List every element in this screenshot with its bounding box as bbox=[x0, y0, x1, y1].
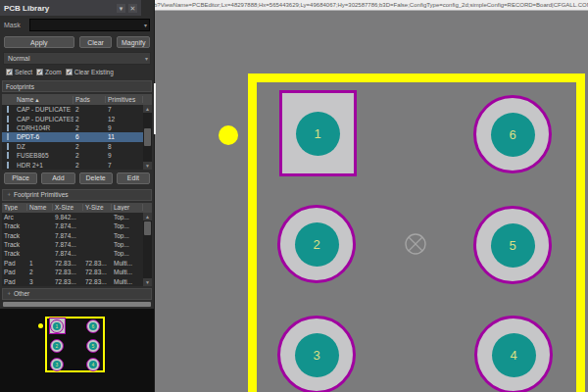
pin-icon[interactable]: ▾ bbox=[117, 4, 125, 13]
primitives-scrollbar[interactable]: ▲ ▼ bbox=[143, 213, 152, 286]
primitive-row[interactable]: Track7.874...Top... bbox=[2, 221, 152, 230]
scroll-up-icon[interactable]: ▲ bbox=[143, 213, 152, 220]
footprints-scrollbar[interactable]: ▲ ▼ bbox=[143, 105, 152, 170]
checkbox-select[interactable]: ✓Select bbox=[6, 69, 32, 75]
other-section-header[interactable]: ＋ Other bbox=[2, 288, 152, 300]
primitive-y-size: 72.83... bbox=[83, 269, 112, 275]
panel-title: PCB Library bbox=[4, 4, 114, 13]
primitive-row[interactable]: Pad172.83...72.83...Multi... bbox=[2, 259, 152, 268]
preview-pad-6: 6 bbox=[86, 319, 100, 333]
add-button[interactable]: Add bbox=[41, 172, 74, 184]
primitive-x-size: 7.874... bbox=[53, 241, 83, 248]
pad-4[interactable]: 4 bbox=[474, 316, 553, 392]
footprint-row[interactable]: CAP - DUPLICATES212 bbox=[2, 114, 152, 122]
option-checkboxes: ✓Select✓Zoom✓Clear Existing bbox=[0, 67, 154, 78]
column-layer[interactable]: Layer bbox=[112, 204, 143, 211]
pad-3[interactable]: 3 bbox=[277, 316, 356, 392]
footprint-row[interactable]: CDRH104R29 bbox=[2, 123, 152, 132]
pad-number: 4 bbox=[510, 348, 516, 363]
footprint-row[interactable]: CAP - DUPLICATE27 bbox=[2, 105, 152, 114]
primitive-row[interactable]: Track7.874...Top... bbox=[2, 240, 152, 249]
column-name[interactable]: Name ▴ bbox=[15, 96, 74, 104]
preview-pad-hole: 6 bbox=[89, 322, 97, 330]
checkbox-clear-existing[interactable]: ✓Clear Existing bbox=[66, 69, 114, 75]
primitive-type: Track bbox=[2, 232, 27, 239]
chevron-down-icon: ▾ bbox=[144, 20, 147, 31]
primitive-x-size: 7.874... bbox=[53, 222, 83, 229]
pad-hole: 1 bbox=[296, 112, 340, 156]
pad-number: 3 bbox=[313, 348, 319, 363]
panel-resize-handle[interactable] bbox=[154, 83, 156, 134]
scroll-down-icon[interactable]: ▼ bbox=[143, 278, 152, 286]
pad-number: 1 bbox=[314, 126, 320, 141]
primitive-name: 1 bbox=[27, 260, 53, 267]
preview-splitter[interactable] bbox=[3, 302, 151, 307]
footprint-name: HDR 2+1 bbox=[15, 162, 74, 169]
primitives-table: Type Name X-Size Y-Size Layer Arc9.842..… bbox=[2, 203, 152, 286]
footprint-row[interactable]: HDR 2+127 bbox=[2, 160, 152, 169]
footprint-icon bbox=[7, 143, 9, 150]
footprints-section-label: Footprints bbox=[6, 83, 34, 90]
pad-1[interactable]: 1 bbox=[279, 90, 357, 176]
primitive-layer: Top... bbox=[112, 250, 143, 257]
sort-ascending-icon: ▴ bbox=[35, 96, 38, 103]
primitive-layer: Top... bbox=[112, 241, 143, 248]
preview-pad-hole: 5 bbox=[89, 342, 97, 350]
footprint-icon bbox=[7, 106, 9, 113]
primitive-row[interactable]: Track7.874...Top... bbox=[2, 231, 152, 240]
footprint-icon bbox=[7, 133, 9, 140]
primitive-name: 2 bbox=[27, 269, 53, 275]
pcb-canvas[interactable]: 123456 bbox=[157, 11, 588, 392]
scrollbar-thumb[interactable] bbox=[144, 128, 151, 146]
footprint-icon bbox=[7, 162, 9, 169]
checkbox-zoom[interactable]: ✓Zoom bbox=[36, 69, 62, 75]
column-pads[interactable]: Pads bbox=[74, 96, 106, 103]
scroll-down-icon[interactable]: ▼ bbox=[143, 162, 152, 170]
preview-pad-hole: 1 bbox=[53, 322, 61, 330]
column-prim-name[interactable]: Name bbox=[27, 204, 53, 211]
primitive-layer: Top... bbox=[112, 222, 143, 229]
footprint-primitives-count: 7 bbox=[106, 106, 143, 113]
footprint-name: DPDT-6 bbox=[15, 133, 74, 140]
pad-6[interactable]: 6 bbox=[473, 95, 552, 173]
footprint-primitives-count: 8 bbox=[106, 143, 143, 150]
primitives-table-body: Arc9.842...Top... Track7.874...Top... Tr… bbox=[2, 213, 152, 286]
checkbox-box[interactable]: ✓ bbox=[36, 69, 43, 75]
view-mode-dropdown[interactable]: Normal ▾ bbox=[3, 52, 151, 65]
pad-5[interactable]: 5 bbox=[473, 206, 552, 284]
footprint-row[interactable]: DZ28 bbox=[2, 142, 152, 151]
primitive-row[interactable]: Pad272.83...72.83...Multi... bbox=[2, 268, 152, 276]
primitive-x-size: 7.874... bbox=[53, 232, 83, 239]
primitive-x-size: 7.874... bbox=[53, 250, 83, 257]
footprint-row[interactable]: FUSEB86529 bbox=[2, 151, 152, 160]
primitive-x-size: 72.83... bbox=[53, 269, 83, 275]
primitive-row[interactable]: Arc9.842...Top... bbox=[2, 213, 152, 221]
checkbox-box[interactable]: ✓ bbox=[66, 69, 73, 75]
footprint-preview[interactable]: 123456 bbox=[0, 309, 154, 392]
scroll-up-icon[interactable]: ▲ bbox=[143, 105, 152, 113]
clear-button[interactable]: Clear bbox=[79, 36, 113, 48]
delete-button[interactable]: Delete bbox=[79, 172, 113, 184]
mask-dropdown[interactable]: ▾ bbox=[29, 19, 150, 31]
column-primitives[interactable]: Primitives bbox=[106, 96, 143, 103]
pad-number: 6 bbox=[509, 127, 515, 142]
column-y-size[interactable]: Y-Size bbox=[83, 204, 112, 211]
footprint-action-buttons: PlaceAddDeleteEdit bbox=[0, 170, 154, 187]
footprint-row[interactable]: DPDT-6611 bbox=[2, 132, 152, 141]
checkbox-box[interactable]: ✓ bbox=[6, 69, 13, 75]
place-button[interactable]: Place bbox=[4, 172, 37, 184]
column-type[interactable]: Type bbox=[2, 204, 27, 211]
primitive-row[interactable]: Pad372.83...72.83...Multi... bbox=[2, 276, 152, 285]
close-icon[interactable]: ✕ bbox=[128, 4, 137, 13]
edit-button[interactable]: Edit bbox=[117, 172, 150, 184]
pad-2[interactable]: 2 bbox=[277, 205, 356, 283]
apply-button[interactable]: Apply bbox=[4, 36, 74, 48]
pad-hole: 3 bbox=[295, 333, 339, 377]
primitive-row[interactable]: Track7.874...Top... bbox=[2, 249, 152, 258]
magnify-button[interactable]: Magnify bbox=[117, 36, 150, 48]
application-window: cbLib?ViewName=PCBEditor;Lx=48297888;Hx=… bbox=[0, 0, 588, 392]
primitives-section-header[interactable]: ＋ Footprint Primitives bbox=[2, 189, 152, 201]
column-x-size[interactable]: X-Size bbox=[53, 204, 83, 211]
preview-pad-hole: 4 bbox=[89, 361, 97, 368]
scrollbar-thumb[interactable] bbox=[144, 221, 151, 235]
